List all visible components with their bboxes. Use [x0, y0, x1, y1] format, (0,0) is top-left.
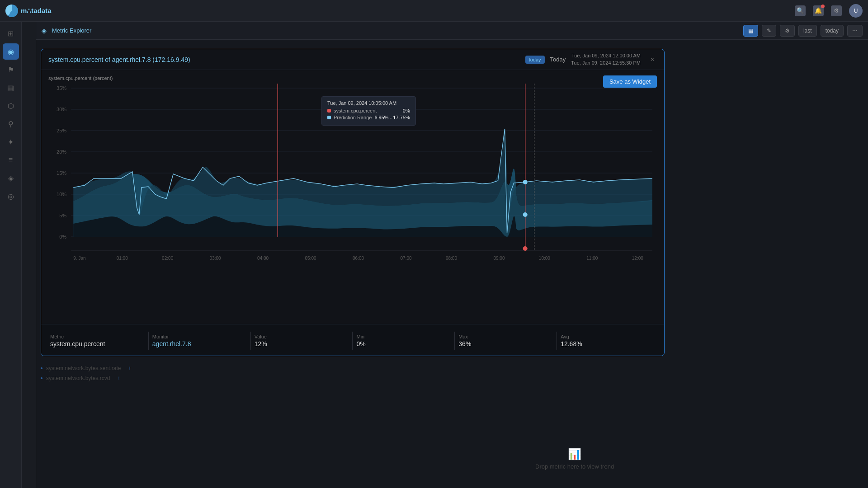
- bg-item-text-1: system.network.bytes.sent.rate: [46, 365, 121, 371]
- drop-zone: 📊 Drop metric here to view trend: [535, 448, 614, 470]
- stat-divider-4: [454, 332, 455, 350]
- drop-icon: 📊: [535, 448, 614, 460]
- avg-label: Avg: [561, 334, 655, 339]
- subheader-title: Metric Explorer: [52, 27, 91, 34]
- svg-text:30%: 30%: [57, 107, 66, 112]
- stat-divider-3: [352, 332, 353, 350]
- logo-icon: [5, 5, 18, 17]
- stat-divider-2: [250, 332, 251, 350]
- avg-value: 12.68%: [561, 340, 655, 347]
- view-config-btn[interactable]: ⚙: [780, 25, 795, 37]
- stat-divider-1: [148, 332, 149, 350]
- sidebar-item-tag[interactable]: ◈: [3, 170, 19, 186]
- stat-avg: Avg 12.68%: [561, 334, 655, 347]
- time-today-btn[interactable]: today: [821, 25, 844, 37]
- sidebar-item-wand[interactable]: ✦: [3, 134, 19, 150]
- main-content: ◈ Metric Explorer ▦ ✎ ⚙ last today ⋯ sys…: [36, 22, 868, 488]
- drop-zone-text: Drop metric here to view trend: [535, 463, 614, 470]
- svg-point-34: [523, 212, 528, 217]
- app-logo: m∴tadata: [5, 5, 52, 17]
- min-value: 0%: [356, 340, 451, 347]
- bg-item-plus-1[interactable]: +: [128, 365, 131, 371]
- more-options-btn[interactable]: ⋯: [847, 25, 863, 37]
- view-edit-btn[interactable]: ✎: [762, 25, 776, 37]
- today-badge[interactable]: today: [525, 56, 545, 64]
- search-icon[interactable]: 🔍: [795, 5, 806, 16]
- svg-point-33: [523, 180, 528, 184]
- date-range: Tue, Jan 09, 2024 12:00:00 AM Tue, Jan 0…: [571, 52, 641, 66]
- bg-item-1: system.network.bytes.sent.rate +: [41, 365, 863, 371]
- svg-text:11:00: 11:00: [586, 256, 598, 261]
- value-label: Value: [255, 334, 349, 339]
- tooltip-prediction-dot: [327, 116, 331, 119]
- svg-text:09:00: 09:00: [493, 256, 505, 261]
- sidebar-item-dashboard[interactable]: ⊞: [3, 25, 19, 42]
- sidebar-secondary: [22, 22, 36, 488]
- sidebar-item-metrics[interactable]: ▦: [3, 80, 19, 96]
- tooltip-prediction-value: 6.95% - 17.75%: [374, 115, 410, 120]
- svg-text:02:00: 02:00: [162, 256, 174, 261]
- tooltip-metric-dot: [327, 109, 331, 113]
- metric-label: Metric: [50, 334, 145, 339]
- chart-title: system.cpu.percent of agent.rhel.7.8 (17…: [48, 56, 190, 63]
- chart-header-controls: today Today Tue, Jan 09, 2024 12:00:00 A…: [525, 52, 657, 66]
- chart-tooltip: Tue, Jan 09, 2024 10:05:00 AM system.cpu…: [321, 96, 416, 126]
- svg-text:0%: 0%: [59, 234, 66, 239]
- svg-text:25%: 25%: [57, 128, 66, 133]
- stat-min: Min 0%: [356, 334, 451, 347]
- svg-text:08:00: 08:00: [446, 256, 458, 261]
- sidebar-item-search[interactable]: ⚲: [3, 116, 19, 132]
- svg-text:06:00: 06:00: [353, 256, 364, 261]
- svg-text:12:00: 12:00: [632, 256, 644, 261]
- subheader-controls: ▦ ✎ ⚙ last today ⋯: [743, 25, 863, 37]
- settings-icon[interactable]: ⚙: [831, 5, 842, 16]
- svg-text:04:00: 04:00: [257, 256, 269, 261]
- topbar: m∴tadata 🔍 🔔 ⚙ U: [0, 0, 868, 22]
- bg-item-dot-1: [41, 367, 42, 369]
- sidebar-item-alerts[interactable]: ⚑: [3, 61, 19, 78]
- sidebar: ⊞ ◉ ⚑ ▦ ⬡ ⚲ ✦ ≡ ◈ ◎: [0, 22, 22, 488]
- date-to: Tue, Jan 09, 2024 12:55:30 PM: [571, 60, 641, 66]
- sidebar-item-stack[interactable]: ≡: [3, 152, 19, 168]
- chart-header: system.cpu.percent of agent.rhel.7.8 (17…: [41, 49, 664, 70]
- view-chart-btn[interactable]: ▦: [743, 25, 758, 37]
- stat-monitor: Monitor agent.rhel.7.8: [152, 334, 247, 347]
- bg-item-2: system.network.bytes.rcvd +: [41, 375, 863, 381]
- today-label: Today: [550, 56, 566, 63]
- max-value: 36%: [458, 340, 553, 347]
- svg-point-32: [523, 246, 528, 251]
- time-last-btn[interactable]: last: [798, 25, 817, 37]
- bg-item-dot-2: [41, 377, 42, 379]
- sidebar-item-circle[interactable]: ◎: [3, 188, 19, 204]
- value-value: 12%: [255, 340, 349, 347]
- save-widget-button[interactable]: Save as Widget: [603, 75, 657, 88]
- tooltip-metric-name: system.cpu.percent: [334, 108, 400, 113]
- user-avatar[interactable]: U: [849, 4, 863, 18]
- bell-icon[interactable]: 🔔: [813, 5, 824, 16]
- svg-text:07:00: 07:00: [400, 256, 412, 261]
- svg-text:9. Jan: 9. Jan: [73, 256, 85, 261]
- tooltip-timestamp: Tue, Jan 09, 2024 10:05:00 AM: [327, 100, 410, 106]
- bg-item-text-2: system.network.bytes.rcvd: [46, 375, 110, 381]
- stat-metric: Metric system.cpu.percent: [50, 334, 145, 347]
- chart-footer: Metric system.cpu.percent Monitor agent.…: [41, 324, 664, 356]
- max-label: Max: [458, 334, 553, 339]
- svg-text:15%: 15%: [57, 170, 66, 176]
- tooltip-metric-value: 0%: [403, 108, 410, 113]
- svg-text:05:00: 05:00: [305, 256, 317, 261]
- stat-divider-5: [557, 332, 557, 350]
- sidebar-item-monitor[interactable]: ◉: [3, 43, 19, 60]
- svg-text:10%: 10%: [57, 192, 66, 197]
- chart-modal: system.cpu.percent of agent.rhel.7.8 (17…: [41, 49, 665, 356]
- svg-text:03:00: 03:00: [210, 256, 222, 261]
- svg-text:35%: 35%: [57, 85, 66, 91]
- stat-value: Value 12%: [255, 334, 349, 347]
- sidebar-item-topology[interactable]: ⬡: [3, 98, 19, 114]
- date-from: Tue, Jan 09, 2024 12:00:00 AM: [571, 52, 641, 59]
- metric-explorer-icon: ◈: [42, 27, 47, 34]
- svg-text:10:00: 10:00: [539, 256, 551, 261]
- monitor-value[interactable]: agent.rhel.7.8: [152, 340, 247, 347]
- bg-item-plus-2[interactable]: +: [117, 375, 120, 381]
- close-button[interactable]: ×: [648, 55, 657, 64]
- chart-body: system.cpu.percent (percent) Save as Wid…: [41, 70, 664, 324]
